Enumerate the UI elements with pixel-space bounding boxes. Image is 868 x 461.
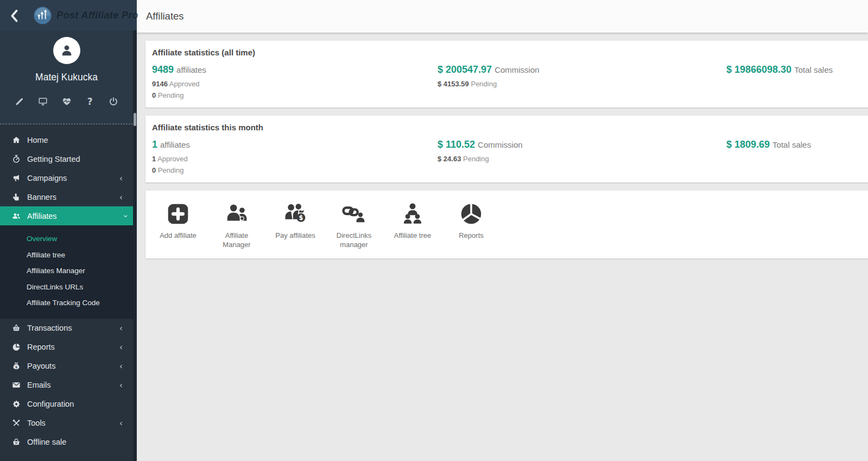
back-button[interactable] [7,8,22,23]
affiliates-column: 1 affiliates 1 Approved 0 Pending [152,139,438,176]
help-icon: ? [87,96,93,107]
user-profile: Matej Kukucka ? [0,30,133,124]
approved-line: 9146 Approved [152,78,438,90]
submenu-item-affiliates-manager[interactable]: Affiliates Manager [0,263,137,279]
users-icon [12,212,21,220]
chevron-left-icon [118,380,124,390]
sidebar-item-label: Transactions [27,324,72,332]
sidebar-item-payouts[interactable]: Payouts [0,357,133,376]
pie-chart-icon [12,343,21,351]
directlinks-manager-button[interactable]: DirectLinks manager [325,198,383,250]
app-logo-icon [34,7,52,24]
sidebar-item-offline-sale[interactable]: Offline sale [0,433,133,452]
chevron-left-icon [118,418,124,428]
stats-card-all-time: Affiliate statistics (all time) 9489 aff… [145,41,868,108]
sidebar-item-banners[interactable]: Banners [0,187,133,206]
commission-pending-line: $ 24.63 Pending [438,153,726,165]
power-icon [109,97,118,106]
edit-profile-button[interactable] [14,96,25,107]
pending-line: 0 Pending [152,165,438,176]
reports-icon [459,201,484,226]
user-name: Matej Kukucka [0,72,133,83]
page-title: Affiliates [137,0,868,33]
submenu-item-label: Affiliate Tracking Code [27,299,100,307]
chevron-left-icon [118,323,124,333]
action-label: Affiliate tree [394,231,431,241]
action-label: DirectLinks manager [328,231,379,250]
chevron-left-icon [118,361,124,371]
sidebar: Post Affiliate Pro Matej Kukucka ? Home … [0,0,137,461]
sidebar-item-label: Getting Started [27,155,80,163]
sidebar-item-reports[interactable]: Reports [0,338,133,357]
shopping-basket-icon [12,438,21,446]
submenu-item-overview[interactable]: Overview [0,231,137,247]
commission-column: $ 110.52 Commission $ 24.63 Pending [438,139,726,176]
sidebar-item-tools[interactable]: Tools [0,414,133,433]
chevron-down-icon [120,213,130,219]
directlinks-manager-icon [341,201,366,226]
affiliates-count: 9489 [152,64,174,75]
sidebar-item-label: Offline sale [27,438,66,446]
pay-affiliates-button[interactable]: Pay affiliates [266,198,325,250]
sidebar-item-label: Campaigns [27,174,67,182]
affiliate-tree-icon [400,201,425,226]
submenu-item-affiliate-tree[interactable]: Affiliate tree [0,247,137,263]
logout-button[interactable] [108,96,119,107]
sidebar-item-campaigns[interactable]: Campaigns [0,168,133,187]
total-sales-value: $ 19866098.30 [726,64,791,75]
avatar[interactable] [53,37,80,64]
affiliate-tree-button[interactable]: Affiliate tree [383,198,442,250]
sidebar-item-label: Tools [27,419,46,427]
submenu-item-label: Overview [27,235,57,243]
stats-card-this-month: Affiliate statistics this month 1 affili… [145,116,868,182]
affiliate-manager-button[interactable]: Affiliate Manager [207,198,266,250]
sidebar-item-configuration[interactable]: Configuration [0,395,133,414]
submenu-item-directlinks-urls[interactable]: DirectLinks URLs [0,279,137,295]
commission-line: $ 200547.97 Commission [438,64,726,75]
sidebar-item-label: Banners [27,193,56,201]
action-label: Pay affiliates [275,231,315,241]
affiliates-count-line: 9489 affiliates [152,64,438,75]
affiliate-manager-icon [224,201,249,226]
action-label: Add affiliate [160,231,197,241]
chevron-left-icon [118,192,124,202]
content-area: Affiliate statistics (all time) 9489 aff… [137,33,868,258]
sidebar-item-affiliates[interactable]: Affiliates [0,206,137,225]
affiliates-count: 1 [152,139,157,150]
affiliates-count-line: 1 affiliates [152,139,438,150]
chevron-left-icon [7,8,22,23]
reports-button[interactable]: Reports [442,198,500,250]
submenu-item-label: Affiliate tree [27,251,65,259]
home-icon [12,136,21,144]
total-sales-line: $ 1809.69 Total sales [726,139,868,150]
sidebar-item-label: Emails [27,381,51,389]
basket-icon [12,324,21,332]
brand[interactable]: Post Affiliate Pro [34,7,138,24]
commission-value: $ 200547.97 [438,64,492,75]
submenu-item-affiliate-tracking-code[interactable]: Affiliate Tracking Code [0,295,137,311]
sidebar-scrollbar[interactable] [133,30,137,461]
sidebar-item-label: Configuration [27,400,74,408]
pay-affiliates-icon [283,201,308,226]
sidebar-item-label: Reports [27,343,55,351]
quick-actions-card: Add affiliate Affiliate Manager Pay affi… [145,191,868,258]
sidebar-item-emails[interactable]: Emails [0,376,133,395]
help-button[interactable]: ? [85,96,96,107]
sidebar-menu: Home Getting Started Campaigns Banners A… [0,124,133,452]
gear-icon [12,400,21,408]
sidebar-scrollbar-thumb[interactable] [134,113,136,126]
approved-line: 1 Approved [152,153,438,165]
chevron-left-icon [118,173,124,183]
total-sales-value: $ 1809.69 [726,139,770,150]
system-health-button[interactable] [61,96,72,107]
affiliate-panel-button[interactable] [37,96,48,107]
add-affiliate-button[interactable]: Add affiliate [149,198,207,250]
sidebar-item-home[interactable]: Home [0,130,133,149]
main-content: Affiliates Affiliate statistics (all tim… [137,0,868,461]
chevron-left-icon [118,342,124,352]
sidebar-item-getting-started[interactable]: Getting Started [0,149,133,168]
sidebar-item-transactions[interactable]: Transactions [0,319,133,338]
total-sales-column: $ 19866098.30 Total sales [726,64,868,101]
commission-value: $ 110.52 [438,139,475,150]
sidebar-topbar: Post Affiliate Pro [0,0,137,30]
